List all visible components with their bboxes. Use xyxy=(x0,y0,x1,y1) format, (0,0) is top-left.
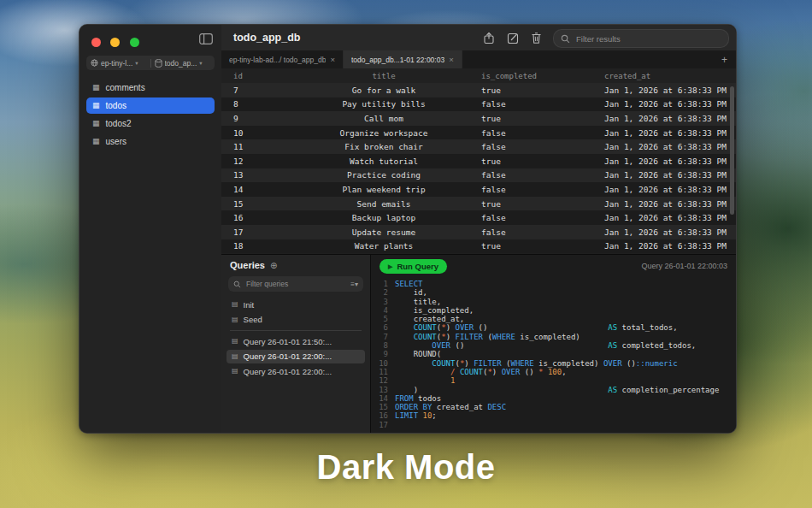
table-row[interactable]: 16Backup laptopfalseJan 1, 2026 at 6:38:… xyxy=(221,210,736,225)
bottom-panel: Queries ⊕ ≡▾ ▤Init▤Seed▤Query 26-01-01 2… xyxy=(221,254,736,433)
table-row[interactable]: 8Pay utility billsfalseJan 1, 2026 at 6:… xyxy=(221,97,736,112)
sidebar-item-todos2[interactable]: ▦todos2 xyxy=(86,115,215,132)
table-cell: false xyxy=(461,170,597,180)
editor-tab[interactable]: todo_app_db...1-01 22:00:03× xyxy=(344,50,462,68)
minimize-window-button[interactable] xyxy=(110,38,120,47)
code-line: 12 1 xyxy=(371,376,736,385)
compose-query-button[interactable] xyxy=(507,32,520,44)
table-cell: Water plants xyxy=(307,241,461,251)
main-area: todo_app_db ep-tiny-lab-ad xyxy=(221,25,736,433)
column-header-title[interactable]: title xyxy=(307,72,461,80)
table-cell: Jan 1, 2026 at 6:38:33 PM xyxy=(597,241,736,251)
connection-dropdown[interactable]: ep-tiny-l... ▾ xyxy=(91,59,147,68)
table-cell: Jan 1, 2026 at 6:38:33 PM xyxy=(597,199,736,209)
query-list: ▤Init▤Seed▤Query 26-01-01 21:50:...▤Quer… xyxy=(227,298,365,379)
query-item[interactable]: ▤Seed xyxy=(227,313,365,328)
database-dropdown[interactable]: todo_ap... ▾ xyxy=(155,59,211,68)
table-row[interactable]: 15Send emailstrueJan 1, 2026 at 6:38:33 … xyxy=(221,197,736,211)
table-scrollbar[interactable] xyxy=(730,86,734,215)
table-row[interactable]: 11Fix broken chairfalseJan 1, 2026 at 6:… xyxy=(221,139,736,154)
connection-switcher: ep-tiny-l... ▾ todo_ap... ▾ xyxy=(86,56,215,70)
table-row[interactable]: 18Water plantstrueJan 1, 2026 at 6:38:33… xyxy=(221,239,736,254)
line-number: 14 xyxy=(371,394,388,403)
add-tab-button[interactable]: + xyxy=(721,55,727,65)
close-window-button[interactable] xyxy=(91,38,101,47)
column-header-is_completed[interactable]: is_completed xyxy=(461,72,597,80)
table-cell: false xyxy=(461,185,597,194)
column-header-created_at[interactable]: created_at xyxy=(597,72,736,80)
sidebar-item-comments[interactable]: ▦comments xyxy=(86,80,215,96)
code-line: 11 / COUNT(*) OVER () * 100, xyxy=(371,368,736,376)
sidebar-item-users[interactable]: ▦users xyxy=(86,133,215,150)
line-number: 13 xyxy=(371,386,388,394)
close-tab-icon[interactable]: × xyxy=(449,56,454,64)
table-cell: false xyxy=(461,227,597,237)
sidebar-item-todos[interactable]: ▦todos xyxy=(86,97,215,114)
filter-queries-input[interactable] xyxy=(244,279,347,289)
editor-tab[interactable]: ep-tiny-lab-ad.../ todo_app_db× xyxy=(221,50,344,68)
query-item-label: Init xyxy=(244,300,255,310)
table-row[interactable]: 9Call momtrueJan 1, 2026 at 6:38:33 PM xyxy=(221,111,736,126)
table-cell: Jan 1, 2026 at 6:38:33 PM xyxy=(597,157,736,166)
query-item[interactable]: ▤Query 26-01-01 22:00:... xyxy=(227,364,365,379)
run-query-label: Run Query xyxy=(397,262,438,271)
query-timestamp-label: Query 26-01-01 22:00:03 xyxy=(641,262,727,270)
sidebar-item-label: todos2 xyxy=(106,119,132,128)
table-row[interactable]: 14Plan weekend tripfalseJan 1, 2026 at 6… xyxy=(221,182,736,197)
line-number: 12 xyxy=(371,376,388,385)
search-icon xyxy=(233,281,241,288)
play-icon: ▶ xyxy=(388,263,392,269)
line-number: 6 xyxy=(371,323,388,332)
run-query-button[interactable]: ▶ Run Query xyxy=(380,259,447,274)
query-item[interactable]: ▤Init xyxy=(227,298,365,312)
filter-results-input[interactable] xyxy=(574,33,721,44)
table-row[interactable]: 10Organize workspacefalseJan 1, 2026 at … xyxy=(221,126,736,140)
line-number: 15 xyxy=(371,403,388,411)
table-icon: ▦ xyxy=(92,102,100,109)
table-cell: Jan 1, 2026 at 6:38:33 PM xyxy=(597,99,736,109)
filter-queries-search[interactable]: ≡▾ xyxy=(228,276,363,292)
table-row[interactable]: 13Practice codingfalseJan 1, 2026 at 6:3… xyxy=(221,168,736,183)
table-cell: Jan 1, 2026 at 6:38:33 PM xyxy=(597,170,736,180)
column-header-id[interactable]: id xyxy=(221,72,307,80)
zoom-window-button[interactable] xyxy=(130,38,139,47)
table-body: 7Go for a walktrueJan 1, 2026 at 6:38:33… xyxy=(221,83,736,254)
line-number: 10 xyxy=(371,359,388,368)
table-cell: Fix broken chair xyxy=(307,142,461,151)
sql-code[interactable]: 1SELECT2 id,3 title,4 is_completed,5 cre… xyxy=(371,277,736,433)
code-line: 8 OVER () AS completed_todos, xyxy=(371,341,736,350)
close-tab-icon[interactable]: × xyxy=(330,56,335,64)
chevron-down-icon: ▾ xyxy=(135,60,138,67)
trash-button[interactable] xyxy=(531,32,544,44)
table-cell: 17 xyxy=(221,227,307,237)
table-row[interactable]: 17Update resumefalseJan 1, 2026 at 6:38:… xyxy=(221,225,736,239)
table-cell: true xyxy=(461,114,597,123)
table-row[interactable]: 7Go for a walktrueJan 1, 2026 at 6:38:33… xyxy=(221,83,736,97)
table-cell: Go for a walk xyxy=(307,86,461,95)
query-item[interactable]: ▤Query 26-01-01 22:00:... xyxy=(227,350,365,364)
line-number: 11 xyxy=(371,368,388,376)
line-number: 3 xyxy=(371,298,388,306)
filter-results-search[interactable] xyxy=(553,29,729,48)
code-line: 3 title, xyxy=(371,298,736,306)
background-painting: ep-tiny-l... ▾ todo_ap... ▾ ▦comments▦to… xyxy=(0,0,812,508)
add-query-button[interactable]: ⊕ xyxy=(270,261,277,270)
export-button[interactable] xyxy=(483,32,496,44)
query-item[interactable]: ▤Query 26-01-01 21:50:... xyxy=(227,334,365,349)
table-cell: Jan 1, 2026 at 6:38:33 PM xyxy=(597,114,736,123)
code-line: 9 ROUND( xyxy=(371,350,736,358)
app-window: ep-tiny-l... ▾ todo_ap... ▾ ▦comments▦to… xyxy=(79,24,737,434)
queries-title: Queries xyxy=(230,260,265,270)
sort-filter-icon[interactable]: ≡▾ xyxy=(350,281,358,288)
table-icon: ▦ xyxy=(92,120,100,127)
table-cell: 16 xyxy=(221,213,307,222)
line-number: 4 xyxy=(371,306,388,315)
document-icon: ▤ xyxy=(232,316,238,323)
sidebar-toggle-icon[interactable] xyxy=(199,33,213,44)
line-number: 8 xyxy=(371,341,388,350)
table-cell: Practice coding xyxy=(307,170,461,180)
table-cell: Send emails xyxy=(307,199,461,209)
code-line: 5 created_at, xyxy=(371,315,736,323)
table-row[interactable]: 12Watch tutorialtrueJan 1, 2026 at 6:38:… xyxy=(221,154,736,168)
table-cell: Plan weekend trip xyxy=(307,185,461,194)
